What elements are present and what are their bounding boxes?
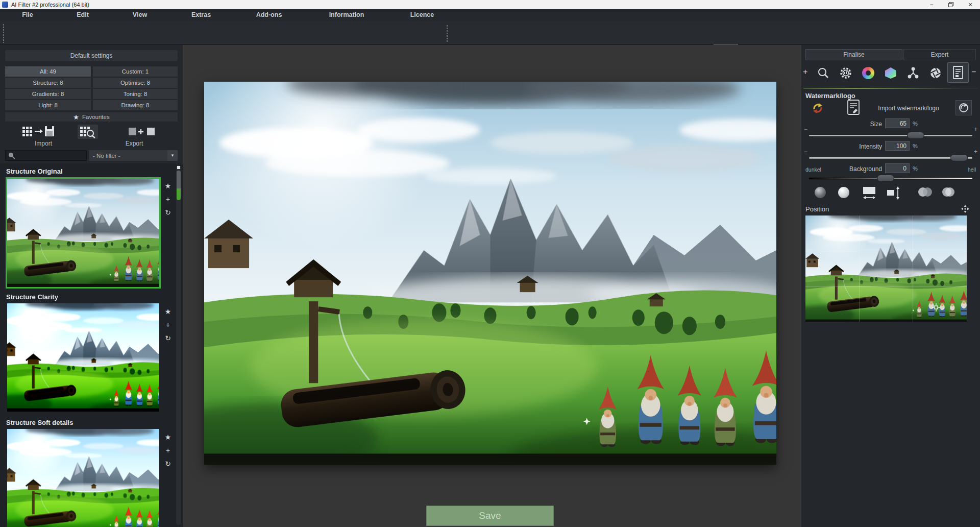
- filter-dropdown-arrow-icon: ▼: [167, 150, 178, 161]
- intensity-slider-track[interactable]: [808, 157, 973, 159]
- menu-extras[interactable]: Extras: [191, 11, 211, 18]
- preset-thumbnail-structure-clarity[interactable]: [7, 303, 159, 412]
- intensity-slider-thumb[interactable]: [950, 154, 968, 161]
- watermark-mode-dark-sphere[interactable]: [815, 187, 826, 198]
- menu-bar: File Edit View Extras Add-ons Informatio…: [0, 9, 980, 21]
- intensity-plus[interactable]: +: [974, 148, 977, 155]
- node-graph-button[interactable]: [903, 63, 923, 83]
- browse-presets-button[interactable]: [78, 125, 98, 139]
- restore-button[interactable]: [941, 0, 961, 9]
- add-icon[interactable]: +: [162, 195, 174, 203]
- save-button[interactable]: Save: [426, 506, 554, 526]
- section-divider: [803, 88, 978, 89]
- menu-information[interactable]: Information: [329, 11, 364, 18]
- size-minus[interactable]: −: [804, 126, 807, 133]
- background-slider-thumb[interactable]: [877, 175, 894, 182]
- category-grid: All: 49 Custom: 1 Structure: 8 Optimise:…: [5, 66, 178, 110]
- preset-thumbnail-structure-soft-details[interactable]: [7, 429, 159, 527]
- background-slider[interactable]: [808, 175, 973, 182]
- background-value-input[interactable]: [885, 163, 910, 173]
- presets-panel: Default settings All: 49 Custom: 1 Struc…: [0, 45, 183, 527]
- document-icon: [951, 65, 965, 80]
- position-preview[interactable]: [805, 215, 967, 322]
- category-drawing[interactable]: Drawing: 8: [93, 100, 178, 110]
- watermark-tool-button[interactable]: [947, 62, 969, 83]
- gear-icon: [839, 66, 852, 80]
- category-all[interactable]: All: 49: [5, 66, 91, 77]
- menu-licence[interactable]: Licence: [410, 11, 434, 18]
- favourite-icon[interactable]: ★: [162, 433, 174, 441]
- colour-cube-icon: [885, 67, 896, 79]
- intensity-value-input[interactable]: [885, 141, 910, 151]
- intensity-unit: %: [913, 143, 918, 149]
- import-watermark-label[interactable]: Import watermark/logo: [863, 105, 954, 112]
- close-button[interactable]: ×: [961, 0, 980, 9]
- sync-icon[interactable]: ↻: [162, 208, 174, 217]
- add-icon[interactable]: +: [162, 321, 174, 329]
- magnify-tool-button[interactable]: [814, 63, 833, 83]
- toolbar-drag-handle[interactable]: [3, 23, 5, 43]
- default-settings-button[interactable]: Default settings: [5, 50, 178, 61]
- watermark-preview-button[interactable]: [955, 100, 972, 115]
- toolbar-divider-handle[interactable]: [446, 25, 448, 43]
- watermark-blend-hard-button[interactable]: [940, 186, 957, 198]
- main-photo[interactable]: [204, 82, 776, 465]
- watermark-stretch-width-button[interactable]: [862, 186, 877, 200]
- preset-thumbnail-structure-original[interactable]: [7, 179, 159, 287]
- category-custom[interactable]: Custom: 1: [93, 66, 178, 77]
- add-icon[interactable]: +: [162, 446, 174, 454]
- category-toning[interactable]: Toning: 8: [93, 89, 178, 99]
- size-slider-thumb[interactable]: [907, 132, 924, 139]
- category-gradients[interactable]: Gradients: 8: [5, 89, 91, 99]
- export-presets-button[interactable]: [127, 125, 159, 138]
- preset-list-scrollbar[interactable]: [176, 165, 181, 525]
- menu-view[interactable]: View: [133, 11, 147, 18]
- colour-space-button[interactable]: [881, 63, 900, 83]
- tab-expert[interactable]: Expert: [903, 49, 976, 60]
- search-icon: [8, 152, 16, 160]
- minimize-button[interactable]: −: [922, 0, 941, 9]
- scrollbar-top-button[interactable]: [177, 166, 180, 169]
- aperture-tool-button[interactable]: [926, 63, 945, 83]
- stretch-width-icon: [862, 186, 877, 200]
- overlap-circles-merged-icon: [940, 186, 957, 198]
- import-watermark-button[interactable]: [846, 99, 861, 115]
- watermark-position-handle[interactable]: [932, 303, 940, 312]
- colour-wheel-button[interactable]: [859, 63, 878, 83]
- position-move-button[interactable]: [961, 204, 970, 213]
- size-label: Size: [801, 121, 882, 128]
- category-structure[interactable]: Structure: 8: [5, 78, 91, 88]
- watermark-reset-button[interactable]: [812, 102, 824, 114]
- size-slider[interactable]: [808, 132, 973, 139]
- size-slider-track[interactable]: [808, 134, 973, 137]
- watermark-blend-soft-button[interactable]: [917, 186, 933, 198]
- intensity-minus[interactable]: −: [804, 148, 807, 155]
- size-unit: %: [913, 121, 918, 127]
- overlap-circles-icon: [917, 186, 933, 198]
- stretch-height-icon: [886, 186, 901, 200]
- add-tool-button[interactable]: +: [803, 67, 807, 77]
- tab-finalise[interactable]: Finalise: [805, 49, 902, 60]
- watermark-mode-light-sphere[interactable]: [838, 187, 849, 198]
- menu-addons[interactable]: Add-ons: [256, 11, 282, 18]
- watermark-stretch-height-button[interactable]: [886, 186, 901, 200]
- menu-file[interactable]: File: [22, 11, 33, 18]
- import-presets-button[interactable]: [21, 125, 65, 138]
- size-value-input[interactable]: [885, 118, 910, 128]
- category-optimise[interactable]: Optimise: 8: [93, 78, 178, 88]
- size-plus[interactable]: +: [974, 126, 977, 133]
- favourite-icon[interactable]: ★: [162, 307, 174, 316]
- intensity-slider[interactable]: [808, 154, 973, 161]
- scrollbar-thumb[interactable]: [177, 171, 181, 200]
- remove-tool-button[interactable]: −: [971, 67, 976, 77]
- settings-tool-button[interactable]: [836, 63, 855, 83]
- menu-edit[interactable]: Edit: [77, 11, 89, 18]
- sync-icon[interactable]: ↻: [162, 460, 174, 468]
- favourites-button[interactable]: ★ Favourites: [5, 112, 178, 122]
- filter-dropdown[interactable]: - No filter - ▼: [89, 150, 178, 161]
- preset-search-input[interactable]: [5, 150, 87, 161]
- sync-icon[interactable]: ↻: [162, 334, 174, 342]
- category-light[interactable]: Light: 8: [5, 100, 91, 110]
- favourite-icon[interactable]: ★: [162, 182, 174, 190]
- nodes-icon: [906, 66, 920, 80]
